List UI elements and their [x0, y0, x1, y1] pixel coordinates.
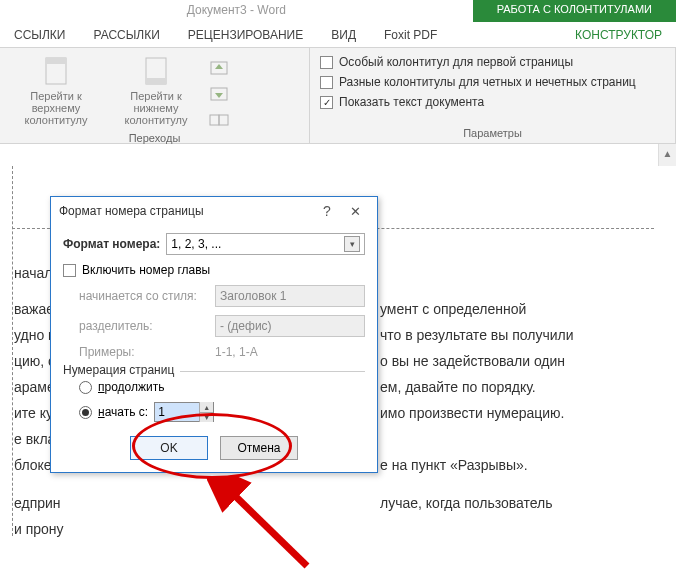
- opt-show-doc[interactable]: ✓ Показать текст документа: [318, 92, 667, 112]
- header-icon: [10, 54, 102, 88]
- group-params-label: Параметры: [318, 127, 667, 141]
- dialog-title: Формат номера страницы: [59, 204, 313, 218]
- svg-rect-6: [210, 115, 219, 125]
- checkbox-checked-icon: ✓: [320, 96, 333, 109]
- checkbox-icon: [63, 264, 76, 277]
- goto-footer-button[interactable]: Перейти к нижнему колонтитулу: [108, 52, 204, 132]
- numbering-legend: Нумерация страниц: [63, 363, 180, 377]
- opt-first-page[interactable]: Особый колонтитул для первой страницы: [318, 52, 667, 72]
- contextual-tab-header: РАБОТА С КОЛОНТИТУЛАМИ: [473, 0, 676, 22]
- tab-foxit[interactable]: Foxit PDF: [370, 23, 451, 47]
- radio-start-from[interactable]: начать с: ▲ ▼: [63, 398, 365, 426]
- radio-continue[interactable]: продолжить: [63, 376, 365, 398]
- separator-label: разделитель:: [79, 319, 209, 333]
- spin-up-icon[interactable]: ▲: [199, 402, 213, 412]
- tab-review[interactable]: РЕЦЕНЗИРОВАНИЕ: [174, 23, 317, 47]
- ribbon: Перейти к верхнему колонтитулу Перейти к…: [0, 48, 676, 144]
- starts-with-style-label: начинается со стиля:: [79, 289, 209, 303]
- opt-odd-even[interactable]: Разные колонтитулы для четных и нечетных…: [318, 72, 667, 92]
- ribbon-tabs: ССЫЛКИ РАССЫЛКИ РЕЦЕНЗИРОВАНИЕ ВИД Foxit…: [0, 22, 676, 48]
- svg-rect-7: [219, 115, 228, 125]
- prev-section-button[interactable]: [204, 56, 234, 80]
- radio-off-icon: [79, 381, 92, 394]
- next-section-button[interactable]: [204, 82, 234, 106]
- examples-value: 1-1, 1-A: [215, 345, 258, 359]
- svg-rect-3: [146, 78, 166, 84]
- page-number-format-dialog: Формат номера страницы ? ✕ Формат номера…: [50, 196, 378, 473]
- tab-mail[interactable]: РАССЫЛКИ: [79, 23, 173, 47]
- chevron-down-icon: ▾: [344, 236, 360, 252]
- separator-select: - (дефис): [215, 315, 365, 337]
- dialog-help-button[interactable]: ?: [313, 203, 341, 219]
- checkbox-icon: [320, 76, 333, 89]
- include-chapter-checkbox[interactable]: Включить номер главы: [63, 259, 365, 281]
- tab-design[interactable]: КОНСТРУКТОР: [561, 23, 676, 47]
- start-from-input[interactable]: [155, 403, 199, 421]
- ok-button[interactable]: OK: [130, 436, 208, 460]
- tab-links[interactable]: ССЫЛКИ: [0, 23, 79, 47]
- start-from-spinner[interactable]: ▲ ▼: [154, 402, 214, 422]
- checkbox-icon: [320, 56, 333, 69]
- scroll-up-icon[interactable]: ▲: [659, 144, 676, 162]
- goto-header-button[interactable]: Перейти к верхнему колонтитулу: [8, 52, 104, 132]
- cancel-button[interactable]: Отмена: [220, 436, 298, 460]
- svg-rect-1: [46, 58, 66, 64]
- number-format-select[interactable]: 1, 2, 3, ... ▾: [166, 233, 365, 255]
- window-title: Документ3 - Word: [0, 0, 473, 22]
- radio-on-icon: [79, 406, 92, 419]
- footer-icon: [110, 54, 202, 88]
- examples-label: Примеры:: [79, 345, 209, 359]
- link-previous-button[interactable]: [204, 108, 234, 132]
- group-transitions-label: Переходы: [8, 132, 301, 146]
- chapter-style-select: Заголовок 1: [215, 285, 365, 307]
- tab-view[interactable]: ВИД: [317, 23, 370, 47]
- number-format-label: Формат номера:: [63, 237, 160, 251]
- spin-down-icon[interactable]: ▼: [199, 412, 213, 422]
- dialog-close-button[interactable]: ✕: [341, 204, 369, 219]
